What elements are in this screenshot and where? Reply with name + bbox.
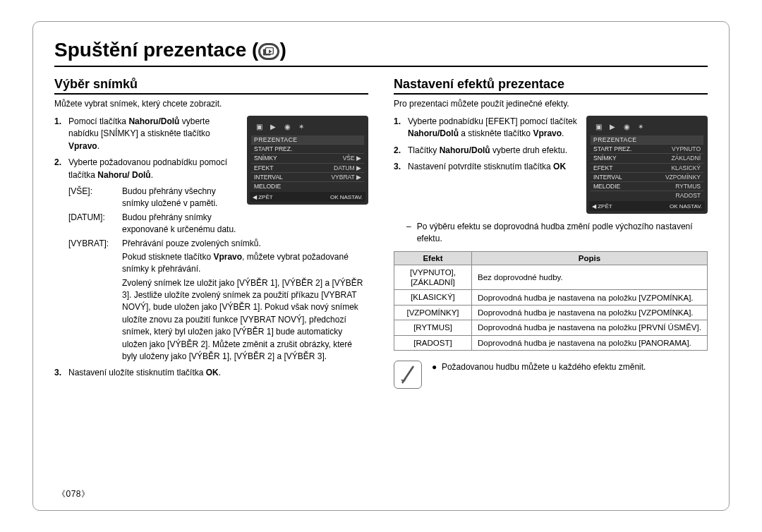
note-icon-row: ● Požadovanou hudbu můžete u každého efe… [394, 361, 708, 389]
ss-row: SNÍMKYVŠE ▶ [251, 153, 364, 162]
table-row: [VZPOMÍNKY]Doprovodná hudba je nastavena… [394, 305, 708, 320]
table-row: [RADOST]Doprovodná hudba je nastavena na… [394, 335, 708, 350]
table-row: [RYTMUS]Doprovodná hudba je nastavena na… [394, 320, 708, 335]
left-heading: Výběr snímků [54, 77, 368, 95]
ss-section-title: PREZENTACE [591, 135, 703, 144]
page-number: 《078》 [57, 488, 90, 500]
ss-footer: ◀ ZPĚTOK NASTAV. [589, 201, 705, 211]
left-intro: Můžete vybrat snímek, který chcete zobra… [54, 99, 368, 109]
left-def-3: [VYBRAT]:Přehrávání pouze zvolených sním… [54, 238, 368, 250]
ss-row: MELODIE [251, 181, 364, 191]
ss-row: INTERVALVZPOMÍNKY [591, 172, 703, 181]
def-term: [DATUM]: [68, 212, 122, 236]
left-step-1: Pomocí tlačítka Nahoru/Dolů vyberte nabí… [54, 116, 238, 152]
ss-top-icons: ▣ ▶ ◉ ✶ [251, 120, 364, 135]
right-screenshot: ▣ ▶ ◉ ✶ PREZENTACE START PREZ.VYPNUTO SN… [586, 116, 708, 214]
effects-table: Efekt Popis [VYPNUTO], [ZÁKLADNÍ]Bez dop… [394, 251, 708, 351]
ss-row: EFEKTDATUM ▶ [251, 163, 364, 172]
table-row: [VYPNUTO], [ZÁKLADNÍ]Bez doprovodné hudb… [394, 265, 708, 290]
tool-icon: ✶ [636, 123, 646, 131]
def-desc: Budou přehrány snímky exponované k určen… [122, 212, 238, 236]
page-frame: Spuštění prezentace ( ) Výběr snímků Můž… [32, 21, 730, 511]
left-extra-1: Pokud stisknete tlačítko Vpravo, můžete … [54, 251, 368, 276]
right-step-1: Vyberte podnabídku [EFEKT] pomocí tlačít… [394, 116, 578, 140]
camera-icon: ▣ [254, 123, 264, 131]
right-dash-note: –Po výběru efektu se doprovodná hudba zm… [406, 221, 708, 246]
title-rule [54, 66, 708, 67]
play-icon: ▶ [268, 123, 278, 131]
left-screenshot: ▣ ▶ ◉ ✶ PREZENTACE START PREZ. SNÍMKYVŠE… [247, 116, 368, 205]
sound-icon: ◉ [622, 123, 631, 131]
def-desc: Přehrávání pouze zvolených snímků. [122, 238, 368, 250]
def-desc: Budou přehrány všechny snímky uložené v … [122, 186, 238, 210]
page-title-row: Spuštění prezentace ( ) [54, 39, 708, 61]
ss-row: START PREZ.VYPNUTO [591, 144, 703, 153]
ss-row: START PREZ. [251, 144, 364, 153]
left-deflist: [VŠE]:Budou přehrány všechny snímky ulož… [54, 186, 238, 236]
page-title: Spuštění prezentace ( ) [54, 39, 286, 61]
table-row: [KLASICKÝ]Doprovodná hudba je nastavena … [394, 290, 708, 305]
ss-footer: ◀ ZPĚTOK NASTAV. [250, 192, 365, 202]
ss-row: RADOST [591, 191, 703, 200]
right-step-2: Tlačítky Nahoru/Dolů vyberte druh efektu… [394, 145, 578, 157]
camera-icon: ▣ [593, 123, 603, 131]
sound-icon: ◉ [282, 123, 292, 131]
note-text: ● Požadovanou hudbu můžete u každého efe… [432, 362, 646, 372]
right-intro: Pro prezentaci můžete použít jedinečné e… [394, 99, 708, 109]
def-term: [VŠE]: [68, 186, 122, 210]
ss-section-title: PREZENTACE [251, 135, 364, 144]
th-efekt: Efekt [394, 251, 472, 265]
right-column: Nastavení efektů prezentace Pro prezenta… [394, 77, 708, 389]
play-icon: ▶ [607, 123, 617, 131]
slideshow-icon [258, 43, 279, 60]
right-heading: Nastavení efektů prezentace [394, 77, 708, 95]
ss-row: EFEKTKLASICKÝ [591, 163, 703, 172]
ss-row: MELODIERYTMUS [591, 181, 703, 191]
ss-top-icons: ▣ ▶ ◉ ✶ [591, 120, 703, 135]
note-icon [394, 361, 422, 389]
left-column: Výběr snímků Můžete vybrat snímek, který… [54, 77, 368, 389]
ss-row: INTERVALVYBRAT ▶ [251, 172, 364, 181]
th-popis: Popis [472, 251, 708, 265]
tool-icon: ✶ [296, 123, 306, 131]
left-step-3: Nastavení uložíte stisknutím tlačítka OK… [54, 367, 368, 379]
ss-row: SNÍMKYZÁKLADNÍ [591, 153, 703, 162]
def-term: [VYBRAT]: [68, 238, 122, 250]
left-step-2: Vyberte požadovanou podnabídku pomocí tl… [54, 157, 238, 181]
right-step-3: Nastavení potvrdíte stisknutím tlačítka … [394, 161, 578, 173]
left-extra-2: Zvolený snímek lze uložit jako [VÝBĚR 1]… [54, 277, 368, 363]
